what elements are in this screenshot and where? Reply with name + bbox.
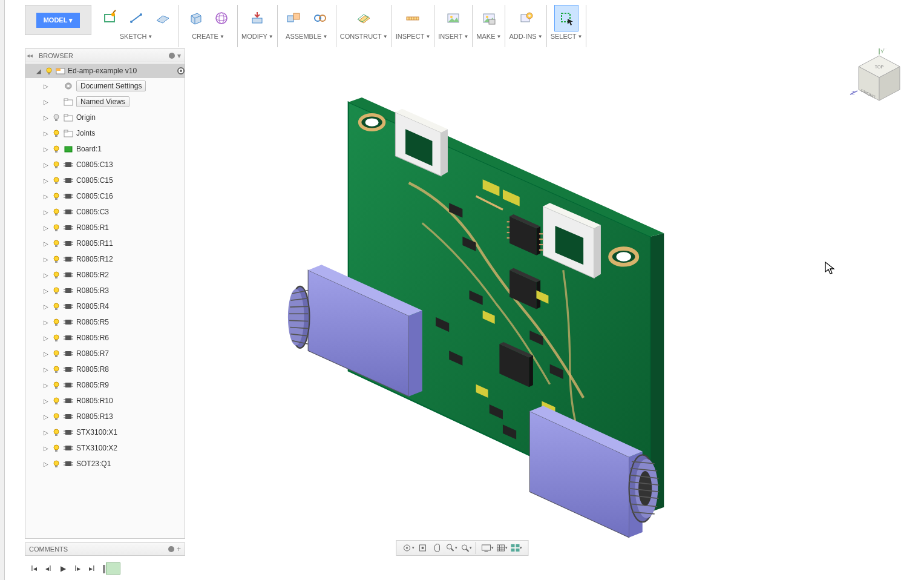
- viewcube[interactable]: TOP FRONT RIGHT Y Z: [849, 48, 909, 109]
- addins-gear-button[interactable]: [514, 5, 538, 31]
- tree-item[interactable]: ▷R0805:R2: [25, 267, 185, 283]
- tree-item[interactable]: ▷C0805:C13: [25, 157, 185, 173]
- expand-icon[interactable]: ▷: [44, 162, 48, 168]
- toolbar-label-insert[interactable]: INSERT ▼: [438, 33, 468, 40]
- expand-icon[interactable]: ▷: [44, 209, 48, 216]
- tree-item[interactable]: ▷C0805:C16: [25, 188, 185, 204]
- tree-item[interactable]: ▷Board:1: [25, 141, 185, 157]
- bulb-icon[interactable]: [52, 239, 61, 248]
- bulb-icon[interactable]: [52, 208, 61, 216]
- expand-icon[interactable]: ▷: [44, 335, 48, 341]
- expand-icon[interactable]: ▷: [44, 114, 48, 121]
- tree-item[interactable]: ▷R0805:R9: [25, 377, 185, 393]
- orbit-icon[interactable]: ▾: [401, 542, 414, 554]
- viewport-3d[interactable]: TOP FRONT RIGHT Y Z: [186, 48, 924, 539]
- toolbar-label-make[interactable]: MAKE ▼: [476, 33, 501, 40]
- tree-item[interactable]: ▷Document Settings: [25, 78, 185, 94]
- comments-add-icon[interactable]: +: [177, 545, 181, 553]
- tree-item[interactable]: ▷R0805:R5: [25, 314, 185, 330]
- bulb-icon[interactable]: [52, 176, 61, 185]
- expand-icon[interactable]: ▷: [44, 272, 48, 278]
- collapse-arrows-icon[interactable]: ◂◂: [27, 52, 33, 59]
- expand-icon[interactable]: ▷: [44, 193, 48, 200]
- toolbar-label-add-ins[interactable]: ADD-INS ▼: [509, 33, 542, 40]
- assemble-comp-button[interactable]: [281, 5, 306, 31]
- tree-item[interactable]: ▷STX3100:X1: [25, 424, 185, 440]
- tree-item[interactable]: ▷SOT23:Q1: [25, 456, 185, 472]
- expand-icon[interactable]: ▷: [44, 303, 48, 310]
- select-box-button[interactable]: [554, 5, 578, 31]
- expand-icon[interactable]: ▷: [44, 177, 48, 184]
- tree-item[interactable]: ▷R0805:R10: [25, 393, 185, 409]
- grid-settings-icon[interactable]: ▾: [495, 542, 508, 554]
- tree-item[interactable]: ▷R0805:R12: [25, 251, 185, 267]
- tree-item[interactable]: ▷R0805:R11: [25, 236, 185, 251]
- expand-icon[interactable]: ▷: [44, 351, 48, 357]
- expand-icon[interactable]: ▷: [44, 225, 48, 231]
- sketch-rect-button[interactable]: [97, 5, 122, 31]
- timeline-back-button[interactable]: ◂I: [43, 563, 54, 574]
- expand-icon[interactable]: ▷: [44, 146, 48, 153]
- expand-icon[interactable]: ▷: [44, 256, 48, 263]
- pan-icon[interactable]: [430, 542, 444, 554]
- lookAt-icon[interactable]: [416, 542, 429, 554]
- expand-icon[interactable]: ▷: [44, 414, 48, 420]
- bulb-icon[interactable]: [52, 397, 61, 405]
- bulb-icon[interactable]: [52, 286, 61, 295]
- bulb-icon[interactable]: [52, 302, 61, 311]
- expand-icon[interactable]: ▷: [44, 445, 48, 452]
- timeline-end-button[interactable]: ▸I: [87, 563, 97, 574]
- pin-icon[interactable]: [169, 53, 175, 59]
- bulb-icon[interactable]: [52, 271, 61, 279]
- create-sphere-button[interactable]: [209, 5, 234, 31]
- bulb-icon[interactable]: [52, 145, 61, 153]
- zoom-icon[interactable]: ▾: [445, 542, 458, 554]
- bulb-icon[interactable]: [52, 444, 61, 452]
- expand-icon[interactable]: ▷: [44, 83, 48, 90]
- expand-icon[interactable]: ▷: [44, 99, 48, 105]
- expand-icon[interactable]: ◢: [36, 68, 42, 74]
- insert-image-button[interactable]: [441, 5, 465, 31]
- bulb-icon[interactable]: [52, 160, 61, 169]
- bulb-icon[interactable]: [52, 192, 61, 200]
- toolbar-label-modify[interactable]: MODIFY ▼: [241, 33, 274, 40]
- sketch-plane-button[interactable]: [151, 5, 175, 31]
- activate-radio-icon[interactable]: [177, 67, 185, 74]
- bulb-icon[interactable]: [52, 223, 61, 232]
- tree-root[interactable]: ◢ Ed-amp-example v10: [25, 64, 185, 78]
- tree-item[interactable]: ▷R0805:R13: [25, 409, 185, 424]
- bulb-icon[interactable]: [52, 349, 61, 358]
- expand-icon[interactable]: ▷: [44, 429, 48, 436]
- tree-item[interactable]: ▷R0805:R8: [25, 361, 185, 377]
- toolbar-label-assemble[interactable]: ASSEMBLE ▼: [286, 33, 327, 40]
- bulb-icon[interactable]: [52, 129, 61, 137]
- bulb-icon[interactable]: [52, 460, 61, 468]
- timeline-play-button[interactable]: ▶: [57, 563, 68, 574]
- expand-icon[interactable]: ▷: [44, 398, 48, 404]
- comments-panel-header[interactable]: COMMENTS +: [25, 542, 185, 556]
- assemble-joint-button[interactable]: [308, 5, 332, 31]
- bulb-icon[interactable]: [52, 365, 61, 374]
- comments-pin-icon[interactable]: [168, 546, 174, 552]
- tree-item[interactable]: ▷Named Views: [25, 94, 185, 110]
- expand-icon[interactable]: ▷: [44, 240, 48, 247]
- viewport-layout-icon[interactable]: ▾: [510, 542, 523, 554]
- tree-item[interactable]: ▷R0805:R6: [25, 330, 185, 346]
- bulb-icon[interactable]: [52, 428, 61, 437]
- make-print-button[interactable]: [477, 5, 501, 31]
- bulb-icon[interactable]: [52, 381, 61, 389]
- timeline-start-button[interactable]: I◂: [28, 563, 39, 574]
- expand-icon[interactable]: ▷: [44, 366, 48, 373]
- browser-header[interactable]: ◂◂ BROWSER ▾: [25, 49, 185, 62]
- toolbar-label-sketch[interactable]: SKETCH ▼: [120, 33, 153, 40]
- bulb-icon[interactable]: [52, 255, 61, 263]
- expand-icon[interactable]: ▷: [44, 382, 48, 389]
- browser-menu-icon[interactable]: ▾: [177, 51, 181, 60]
- toolbar-label-inspect[interactable]: INSPECT ▼: [396, 33, 431, 40]
- tree-item[interactable]: ▷Joints: [25, 125, 185, 141]
- expand-icon[interactable]: ▷: [44, 288, 48, 294]
- bulb-icon[interactable]: [52, 334, 61, 342]
- toolbar-label-select[interactable]: SELECT ▼: [551, 33, 583, 40]
- modify-press-button[interactable]: [245, 5, 269, 31]
- tree-item[interactable]: ▷R0805:R7: [25, 346, 185, 361]
